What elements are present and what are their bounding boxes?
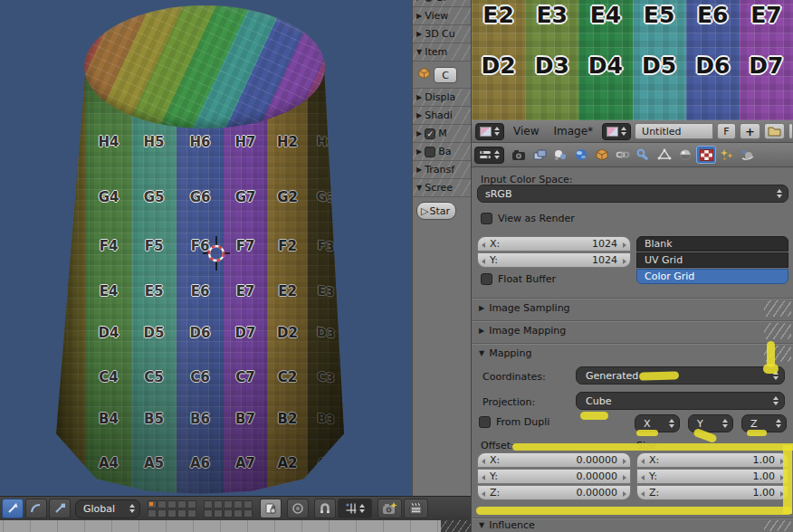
layer-cell[interactable]: [187, 500, 196, 508]
tab-physics[interactable]: [738, 146, 758, 164]
tab-modifiers[interactable]: [634, 146, 654, 164]
sidebar-item-item[interactable]: ▼Item: [413, 43, 471, 62]
size-field[interactable]: Z:1.00: [636, 485, 788, 500]
snap-element-dropdown[interactable]: [338, 499, 372, 518]
size-field[interactable]: X:1.00: [636, 452, 788, 468]
sidebar-item-shadi[interactable]: ▶Shadi: [413, 107, 471, 125]
layer-cell[interactable]: [167, 509, 177, 518]
editor-type-selector[interactable]: [475, 123, 504, 140]
axis-dropdown-y[interactable]: Y: [688, 414, 733, 432]
panel-mapping[interactable]: ▼ Mapping: [472, 343, 793, 363]
chevron-up-down-icon: [494, 127, 500, 136]
manipulator-translate-button[interactable]: [2, 499, 24, 518]
manipulator-scale-button[interactable]: [49, 499, 71, 518]
layer-cell[interactable]: [177, 500, 186, 508]
sidebar-item-transf[interactable]: ▶Transf: [413, 161, 471, 179]
generated-type-blank[interactable]: Blank: [636, 236, 788, 252]
layer-cell[interactable]: [148, 500, 157, 508]
layer-cell[interactable]: [167, 500, 177, 508]
sidebar-item-m[interactable]: ▶✓M: [413, 125, 471, 143]
timeline-strip[interactable]: [0, 520, 471, 532]
from-dupli-checkbox[interactable]: [479, 416, 491, 428]
generated-type-uv-grid[interactable]: UV Grid: [636, 252, 788, 268]
layer-cell[interactable]: [224, 509, 233, 518]
sidebar-item-scree[interactable]: ▼Scree: [413, 179, 471, 197]
lock-to-scene-button[interactable]: [260, 499, 282, 518]
layer-cell[interactable]: [204, 509, 213, 518]
field-label: X:: [490, 238, 500, 250]
coordinates-dropdown[interactable]: Generated: [576, 366, 785, 385]
panel-checkbox[interactable]: [425, 147, 435, 157]
texture-checker-icon: [700, 149, 713, 161]
menu-image[interactable]: Image*: [548, 125, 598, 138]
transform-orientation-dropdown[interactable]: Global: [75, 499, 140, 518]
sidebar-item-ba[interactable]: ▶Ba: [413, 143, 471, 161]
color-space-dropdown[interactable]: sRGB: [477, 185, 788, 203]
axis-dropdown-x[interactable]: X: [635, 414, 680, 432]
image-size-field[interactable]: Y:1024: [477, 252, 631, 268]
tab-render-layers[interactable]: [530, 146, 549, 164]
view-as-render-checkbox[interactable]: [481, 213, 492, 224]
start-capture-button[interactable]: ▷Star: [416, 202, 456, 220]
layers-group-1[interactable]: [148, 500, 196, 518]
layer-cell[interactable]: [224, 500, 233, 508]
tab-constraints[interactable]: [613, 146, 633, 164]
tab-texture[interactable]: [696, 146, 716, 164]
sidebar-item-displa[interactable]: ▶Displa: [413, 89, 471, 107]
projection-dropdown[interactable]: Cube: [576, 392, 785, 410]
layer-cell[interactable]: [214, 509, 223, 518]
float-buffer-checkbox[interactable]: [481, 273, 492, 285]
panel-image-mapping[interactable]: ▶ Image Mapping: [472, 320, 793, 340]
3d-viewport[interactable]: H4H5H6H7H2H3G4G5G6G7G2G3F4F5F6F7F2F3E4E5…: [0, 0, 471, 496]
image-datablock-selector[interactable]: [602, 123, 631, 140]
layer-cell[interactable]: [158, 509, 167, 518]
image-name-field[interactable]: Untitled: [635, 123, 713, 139]
panel-arrow-icon: ▼: [416, 48, 422, 56]
offset-field[interactable]: X:0.00000: [477, 452, 631, 468]
layer-cell[interactable]: [158, 500, 167, 508]
tab-render[interactable]: [509, 146, 529, 164]
layer-cell[interactable]: [234, 500, 243, 508]
tab-particles[interactable]: [717, 146, 737, 164]
layer-cell[interactable]: [234, 509, 243, 518]
region-resize-grip[interactable]: [441, 520, 471, 532]
image-editor-view[interactable]: E2D2E3D3E4D4E5D5E6D6E7D7: [471, 0, 793, 120]
panel-image-sampling[interactable]: ▶ Image Sampling: [472, 298, 793, 318]
image-size-field[interactable]: X:1024: [477, 236, 631, 252]
size-field[interactable]: Y:1.00: [636, 469, 788, 484]
offset-field[interactable]: Y:0.00000: [477, 469, 631, 484]
tab-object-data[interactable]: [654, 146, 674, 164]
sidebar-item-3d-cu[interactable]: ▶3D Cu: [413, 25, 471, 43]
tab-world[interactable]: [571, 146, 591, 164]
fake-user-button[interactable]: F: [717, 123, 736, 139]
sidebar-item-gr[interactable]: ▶Gr: [413, 0, 471, 7]
layer-cell[interactable]: [244, 509, 253, 518]
layer-cell[interactable]: [214, 500, 223, 508]
snap-toggle-button[interactable]: [314, 499, 336, 518]
panel-influence[interactable]: ▼ Influence: [472, 518, 793, 532]
render-opengl-button[interactable]: [377, 499, 402, 518]
layer-cell[interactable]: [187, 509, 196, 518]
panel-checkbox[interactable]: ✓: [425, 128, 435, 139]
menu-view[interactable]: View: [508, 125, 544, 138]
layer-cell[interactable]: [148, 509, 157, 518]
tab-material[interactable]: [675, 146, 695, 164]
offset-field[interactable]: Z:0.00000: [477, 485, 631, 500]
new-image-button[interactable]: +: [740, 123, 760, 139]
layers-group-2[interactable]: [204, 500, 253, 518]
sidebar-item-view[interactable]: ▶View: [413, 7, 471, 25]
unpack-button-partial[interactable]: [788, 123, 793, 139]
layer-cell[interactable]: [244, 500, 253, 508]
editor-type-selector[interactable]: [474, 147, 504, 164]
open-image-button[interactable]: [764, 123, 785, 139]
tab-scene[interactable]: [550, 146, 570, 164]
generated-type-color-grid[interactable]: Color Grid: [636, 269, 788, 284]
layer-cell[interactable]: [177, 509, 186, 518]
manipulator-rotate-button[interactable]: [25, 499, 47, 518]
object-name-field[interactable]: C: [434, 67, 457, 83]
axis-dropdown-z[interactable]: Z: [741, 414, 787, 432]
proportional-edit-button[interactable]: [287, 499, 309, 518]
layer-cell[interactable]: [204, 500, 213, 508]
render-opengl-animation-button[interactable]: [404, 499, 428, 518]
tab-object[interactable]: [592, 146, 612, 164]
